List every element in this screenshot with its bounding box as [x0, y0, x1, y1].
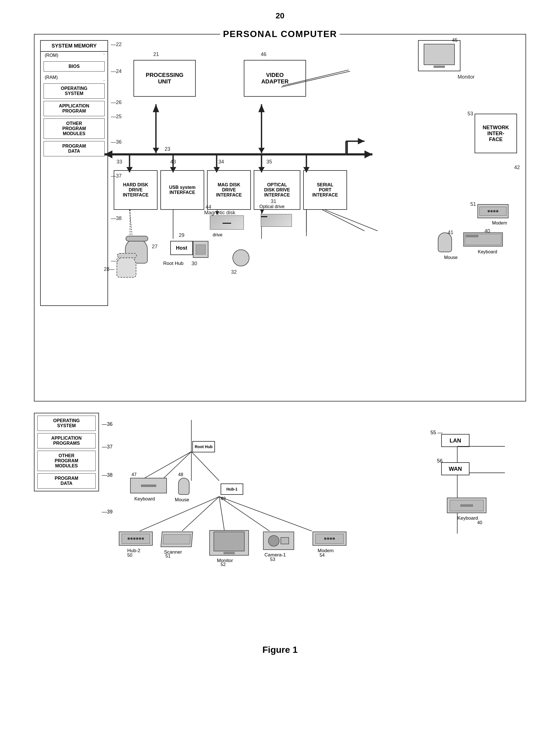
ref-52: 52 [221, 562, 226, 567]
serial-port-iface-box: SERIALPORTINTERFACE [303, 170, 347, 210]
ref-35: 35 [266, 159, 272, 165]
monitor-screen-top [424, 44, 455, 65]
bios-box: BIOS [44, 61, 105, 72]
rom-label: (ROM) [41, 52, 107, 59]
host-box: Host [170, 241, 193, 255]
modem-top-icon [477, 204, 509, 218]
ref-51-b: 51 [165, 554, 171, 559]
svg-line-41 [325, 210, 378, 231]
ref-45: 45 [452, 37, 458, 43]
ref-30: 30 [191, 261, 197, 267]
monitor-stand-top [434, 66, 445, 68]
root-hub-box: Root Hub [192, 441, 215, 452]
root-hub-label: Root Hub [163, 261, 184, 266]
svg-line-40 [322, 210, 364, 231]
hub1-box: Hub-1 [221, 483, 243, 495]
svg-marker-6 [153, 148, 159, 153]
wan-box: WAN [441, 462, 469, 475]
system-memory-title: SYSTEM MEMORY [41, 41, 107, 52]
svg-line-25 [130, 210, 132, 236]
keyboard-bot-label: Keyboard [134, 496, 155, 502]
svg-line-50 [219, 496, 270, 531]
hard-disk-cylinder2 [117, 255, 136, 278]
pc-diagram-box: PERSONAL COMPUTER SYSTEM MEMORY (ROM) BI… [34, 34, 526, 401]
ref-49: 49 [221, 496, 226, 501]
ref-50: 50 [127, 553, 132, 558]
page: 20 PERSONAL COMPUTER SYSTEM MEMORY (ROM)… [0, 0, 560, 732]
ref-37-b: —37 [102, 444, 113, 450]
keyboard-bot-icon [130, 478, 167, 493]
ref-47: 47 [132, 472, 137, 477]
system-memory-box: SYSTEM MEMORY (ROM) BIOS (RAM) OPERATING… [40, 40, 108, 306]
ref-40-b: 40 [477, 520, 482, 525]
modem-top-label: Modem [492, 221, 507, 226]
ref-55: 55 — [430, 430, 443, 436]
ref-25: —25 [111, 114, 122, 120]
ref-26: —26 [111, 100, 122, 106]
svg-line-43 [161, 451, 191, 481]
ref-40: 40 [484, 228, 490, 234]
ref-51-top: 51 [470, 201, 476, 207]
ram-label: (RAM) [41, 74, 107, 81]
sw-modules-item: OTHERPROGRAMMODULES [37, 451, 96, 471]
page-number: 20 [275, 11, 284, 20]
svg-marker-5 [153, 104, 159, 112]
lan-box: LAN [441, 434, 469, 447]
ref-24: —24 [111, 68, 122, 74]
ref-41: 41 [448, 230, 453, 236]
optical-drive-label: Optical drive [259, 204, 285, 209]
ref-22: —22 [111, 42, 122, 48]
other-modules-box: OTHERPROGRAMMODULES [44, 119, 105, 139]
sw-app-item: APPLICATIONPROGRAMS [37, 433, 96, 448]
svg-marker-22 [358, 138, 364, 144]
ref-33: 33 [117, 159, 122, 165]
ref-36-b: —36 [102, 421, 113, 427]
ref-monitor-label: Monitor [458, 74, 475, 80]
ref-mag-disk-label: Magnetic disk [204, 210, 235, 216]
modem-bot-icon [313, 531, 346, 546]
monitor-top-box [418, 40, 460, 71]
ref-23: 23 [165, 146, 170, 152]
ref-43: 43 [170, 159, 176, 165]
usb-iface-box: USB systemINTERFACE [160, 170, 204, 210]
ref-21: 21 [153, 51, 159, 57]
keyboard-top-label: Keyboard [478, 249, 497, 255]
mag-disk-iface-box: MAG DISKDRIVEINTERFACE [207, 170, 251, 210]
ref-46: 46 [261, 51, 266, 57]
ref-38: —38 [111, 216, 122, 221]
keyboard-tr-bot-icon [447, 498, 486, 513]
mag-disk-label2: drive [213, 233, 223, 238]
hub2-icon [119, 531, 153, 546]
ref-28: 28— [104, 266, 115, 272]
ref-31: 31 [271, 199, 276, 205]
camera-icon [263, 531, 294, 550]
optical-disk-iface-box: OPTICALDISK DRIVEINTERFACE [254, 170, 300, 210]
sw-os-item: OPERATINGSYSTEM [37, 415, 96, 431]
ref-27: 27 [152, 244, 158, 250]
ref-34: 34 [218, 159, 224, 165]
svg-line-46 [140, 451, 191, 481]
keyboard-tr-bot-label: Keyboard [457, 515, 478, 521]
figure-label: Figure 1 [17, 645, 543, 655]
svg-marker-34 [260, 210, 264, 214]
os-box: OPERATINGSYSTEM [44, 83, 105, 99]
ref-53: 53 [468, 111, 473, 117]
processing-unit-box: PROCESSINGUNIT [133, 60, 196, 97]
optical-drive-icon: ▬▬ [261, 214, 292, 227]
mouse-bot-icon [178, 478, 189, 495]
bottom-section: OPERATINGSYSTEM APPLICATIONPROGRAMS OTHE… [34, 413, 526, 633]
video-adapter-box: VIDEOADAPTER [244, 60, 306, 97]
ref-48: 48 [178, 472, 183, 477]
svg-line-51 [219, 496, 312, 531]
svg-marker-8 [258, 104, 264, 112]
ref-44: 44 [206, 204, 211, 210]
keyboard-top-icon [463, 233, 503, 247]
sw-stack-box: OPERATINGSYSTEM APPLICATIONPROGRAMS OTHE… [34, 413, 99, 491]
svg-marker-9 [258, 148, 264, 153]
svg-line-45 [191, 451, 219, 481]
monitor-bot-icon [209, 530, 249, 555]
ref-38-b: —38 [102, 472, 113, 478]
mag-disk-drive-icon: ▬▬▬ [210, 216, 244, 230]
floppy-icon [193, 241, 208, 258]
ref-32: 32 [231, 269, 237, 275]
